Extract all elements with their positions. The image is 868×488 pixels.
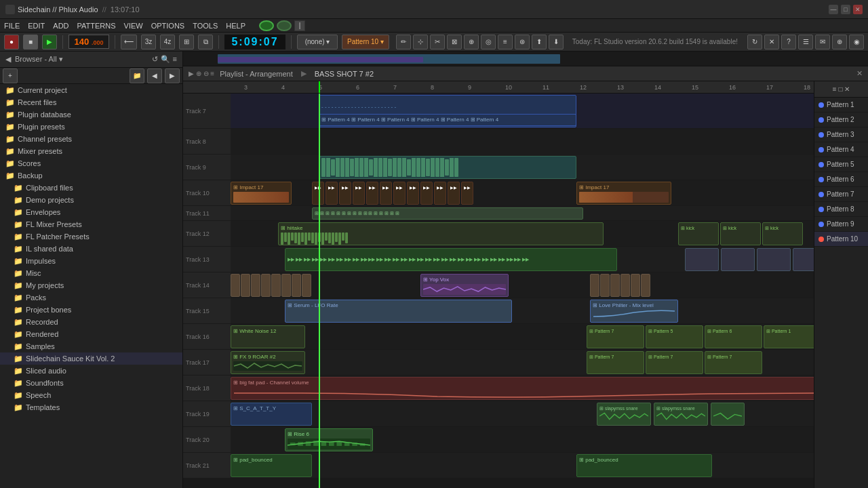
pattern-1-item[interactable]: Pattern 1 [814,98,868,113]
snap-select[interactable]: (none) ▾ [297,35,338,49]
icon-5[interactable]: ✉ [815,35,830,49]
clip-track11[interactable]: ⊞ ⊞ ⊞ ⊞ ⊞ ⊞ ⊞ ⊞ ⊞ ⊞ ⊞ ⊞ ⊞ ⊞ ⊞ ⊞ [312,207,583,220]
sidebar-item-slidechain-sauce[interactable]: 📁 Slidechain Sauce Kit Vol. 2 [0,352,182,365]
tool-slip[interactable]: ≡ [498,35,513,49]
close-button[interactable]: ✕ [853,5,863,14]
track-7-content[interactable]: - - - - - - - - - - - - - - - - - - - - … [231,94,814,129]
clip-t14r3[interactable] [610,274,620,297]
clip-impact17-1[interactable]: ⊞ Impact 17 [231,182,292,205]
clip-small-9[interactable]: ▶▶ [420,182,433,205]
clip-t14-1[interactable] [231,274,240,297]
clip-pat5[interactable]: ⊞ Pattern 5 [646,325,703,348]
sidebar-item-demo-projects[interactable]: 📁 Demo projects [0,194,182,206]
track-11-content[interactable]: ⊞ ⊞ ⊞ ⊞ ⊞ ⊞ ⊞ ⊞ ⊞ ⊞ ⊞ ⊞ ⊞ ⊞ ⊞ ⊞ [231,206,814,221]
pattern-5-item[interactable]: Pattern 5 [814,157,868,172]
menu-help[interactable]: HELP [226,22,245,30]
track-12-content[interactable]: ⊞ hiitake [231,221,814,247]
clip-17-pat7-2[interactable]: ⊞ Pattern 7 [646,351,703,374]
sidebar-item-my-projects[interactable]: 📁 My projects [0,279,182,291]
clip-t14-3[interactable] [251,274,260,297]
track-13-content[interactable]: ▶▶ ▶▶ ▶▶ ▶▶ ▶▶ ▶▶ ▶▶ ▶▶ ▶▶ ▶▶ ▶▶ ▶▶ ▶▶ ▶… [231,247,814,272]
track-21-content[interactable]: ⊞ pad_bounced ⊞ pad_bounced [231,453,814,479]
track-19-content[interactable]: ⊞ S_C_A_T_T_Y ⊞ slapymss snare [231,401,814,427]
clip-t14-7[interactable] [292,274,301,297]
sidebar-item-plugin-database[interactable]: 📁 Plugin database [0,108,182,121]
stop-button[interactable]: ■ [23,35,38,49]
pattern-10-item[interactable]: Pattern 10 [814,232,868,247]
sidebar-item-fl-mixer-presets[interactable]: 📁 FL Mixer Presets [0,218,182,230]
menu-view[interactable]: VIEW [124,22,143,30]
track-20-content[interactable]: ⊞ Rise 6 [231,427,814,453]
clip-rise6[interactable]: ⊞ Rise 6 [285,428,373,451]
pattern-7-item[interactable]: Pattern 7 [814,187,868,202]
sidebar-add-btn[interactable]: + [3,68,18,83]
clip-snare2[interactable]: ⊞ slapymss snare [654,403,708,426]
tool-cut[interactable]: ✂ [430,35,445,49]
menu-edit[interactable]: EDIT [28,22,45,30]
clip-scatt[interactable]: ⊞ S_C_A_T_T_Y [231,403,312,426]
menu-tools[interactable]: TOOLS [193,22,218,30]
clip-track13[interactable]: ▶▶ ▶▶ ▶▶ ▶▶ ▶▶ ▶▶ ▶▶ ▶▶ ▶▶ ▶▶ ▶▶ ▶▶ ▶▶ ▶… [285,248,617,271]
play-button[interactable]: ▶ [42,35,57,49]
maximize-button[interactable]: □ [841,5,850,14]
menu-patterns[interactable]: PATTERNS [77,22,116,30]
sidebar-item-fl-patcher-presets[interactable]: 📁 FL Patcher Presets [0,230,182,243]
clip-small-4[interactable]: ▶▶ [353,182,365,205]
clip-t14-5[interactable] [271,274,281,297]
pattern-2-item[interactable]: Pattern 2 [814,113,868,127]
tool-btn-3[interactable]: 4z [160,35,175,49]
icon-2[interactable]: ✕ [764,35,779,49]
sidebar-item-il-shared-data[interactable]: 📁 IL shared data [0,243,182,255]
clip-yopvox[interactable]: ⊞ Yop Vox [420,274,509,297]
clip-bigfatpad[interactable]: ⊞ big fat pad - Channel volume [231,377,814,400]
clip-t14r6[interactable] [641,274,650,297]
icon-3[interactable]: ? [781,35,796,49]
record-button[interactable]: ● [4,35,19,49]
clip-track12-main[interactable]: ⊞ hiitake [278,222,604,245]
pattern-8-item[interactable]: Pattern 8 [814,202,868,217]
clip-small-2[interactable]: ▶▶ [326,182,338,205]
sidebar-item-speech[interactable]: 📁 Speech [0,389,182,401]
tool-btn-1[interactable]: ⟵ [121,35,137,49]
clip-small-10[interactable]: ▶▶ [434,182,446,205]
clip-track9[interactable] [319,156,576,179]
bpm-display[interactable]: 140 .000 [68,35,109,49]
clip-small-5[interactable]: ▶▶ [366,182,378,205]
icon-1[interactable]: ↻ [747,35,762,49]
track-8-content[interactable] [231,129,814,155]
tool-6[interactable]: ⬆ [532,35,547,49]
clip-small-7[interactable]: ▶▶ [393,182,406,205]
arr-close[interactable]: ✕ [856,69,863,78]
sidebar-item-envelopes[interactable]: 📁 Envelopes [0,206,182,218]
tool-draw[interactable]: ✏ [396,35,411,49]
clip-t14r2[interactable] [600,274,610,297]
clip-padbounced2[interactable]: ⊞ pad_bounced [576,454,712,477]
clip-snare1[interactable]: ⊞ slapymss snare [597,403,651,426]
sidebar-item-recorded[interactable]: 📁 Recorded [0,316,182,328]
menu-options[interactable]: OPTIONS [151,22,185,30]
tool-btn-4[interactable]: ⊞ [179,35,194,49]
icon-4[interactable]: ☰ [798,35,813,49]
pattern-4-item[interactable]: Pattern 4 [814,142,868,157]
sidebar-item-mixer-presets[interactable]: 📁 Mixer presets [0,145,182,157]
clip-17-pat7-1[interactable]: ⊞ Pattern 7 [587,351,644,374]
sidebar-nav-back[interactable]: ◀ [5,55,11,64]
clip-r3[interactable]: ⊞ kick [762,222,803,245]
track-17-content[interactable]: ⊞ FX 9 ROAR #2 ⊞ Pattern 7 ⊞ Pattern 7 [231,350,814,375]
clip-17-pat7-3[interactable]: ⊞ Pattern 7 [705,351,762,374]
clip-t13r3[interactable] [757,248,791,271]
sidebar-search[interactable]: 🔍 [161,55,170,64]
sidebar-item-sliced-audio[interactable]: 📁 Sliced audio [0,365,182,377]
sidebar-toggle[interactable]: ≡ [173,55,177,64]
clip-small-8[interactable]: ▶▶ [407,182,419,205]
tool-erase[interactable]: ⊠ [447,35,462,49]
track-14-content[interactable]: ⊞ Yop Vox [231,272,814,298]
tracks-scroll[interactable]: - - - - - - - - - - - - - - - - - - - - … [231,94,814,488]
clip-r1[interactable]: ⊞ kick [678,222,719,245]
tool-5[interactable]: ⊛ [515,35,530,49]
track-18-content[interactable]: ⊞ big fat pad - Channel volume [231,375,814,401]
pattern-3-item[interactable]: Pattern 3 [814,127,868,142]
clip-t13r4[interactable] [793,248,814,271]
clip-t13r1[interactable] [685,248,719,271]
sidebar-back-btn[interactable]: ◀ [147,68,162,83]
